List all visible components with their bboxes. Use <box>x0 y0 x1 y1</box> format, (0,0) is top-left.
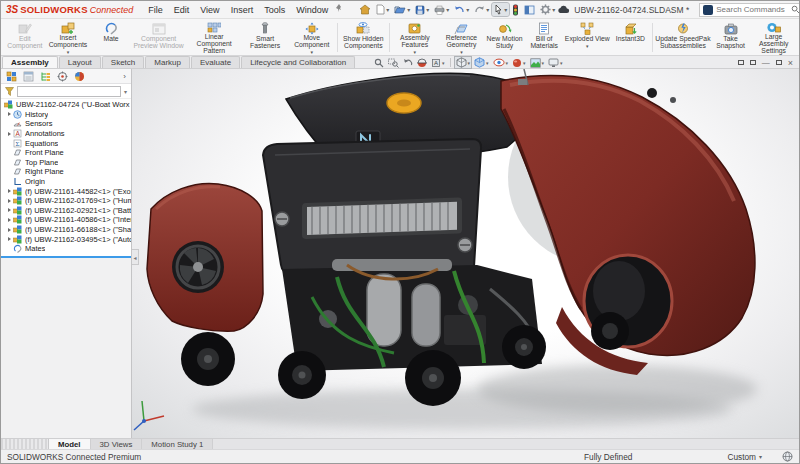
assembly-features-button[interactable]: Assembly Features ▾ <box>392 20 439 55</box>
tree-item-equations[interactable]: Σ Equations <box>1 138 131 148</box>
large-assembly-settings-button[interactable]: Large Assembly Settings <box>750 20 797 55</box>
exploded-view-caret[interactable]: ▾ <box>586 44 589 49</box>
edit-component-button[interactable]: Edit Component <box>5 20 45 55</box>
menu-edit[interactable]: Edit <box>169 4 195 16</box>
settings-button[interactable]: ▾ <box>538 3 557 16</box>
view-settings-button[interactable]: ▾ <box>547 58 564 68</box>
assembly-features-caret[interactable]: ▾ <box>414 50 417 55</box>
expand-arrow-icon[interactable] <box>8 199 11 203</box>
exploded-view-button[interactable]: Exploded View ▾ <box>564 20 611 55</box>
tree-item-mates[interactable]: Mates <box>1 244 131 254</box>
doc-close-icon[interactable]: × <box>788 58 793 68</box>
tab-3d-views[interactable]: 3D Views <box>91 439 143 449</box>
tree-item-component-shape-body[interactable]: (f) UBW-21161-66188<1> ("Shape B <box>1 225 131 235</box>
component-preview-window-button[interactable]: Component Preview Window <box>131 20 187 55</box>
insert-components-caret[interactable]: ▾ <box>67 50 70 55</box>
tab-markup[interactable]: Markup <box>145 56 190 68</box>
apply-scene-button[interactable]: ▾ <box>529 58 546 68</box>
select-button[interactable]: ▾ <box>492 3 509 16</box>
menu-window[interactable]: Window <box>291 4 333 16</box>
menu-tools[interactable]: Tools <box>259 4 290 16</box>
save-button[interactable]: ▾ <box>413 4 431 16</box>
globe-status-icon[interactable] <box>782 451 793 462</box>
insert-components-button[interactable]: Insert Components ▾ <box>45 20 92 55</box>
view-orientation-button[interactable]: ▾ <box>455 57 472 68</box>
show-hidden-components-button[interactable]: Show Hidden Components <box>340 20 387 55</box>
menu-file[interactable]: File <box>143 4 168 16</box>
expand-arrow-icon[interactable] <box>8 132 11 136</box>
propertymanager-tab-icon[interactable] <box>23 71 34 82</box>
doc-maximize-icon[interactable] <box>750 60 756 65</box>
menu-view[interactable]: View <box>195 4 224 16</box>
expand-arrow-icon[interactable] <box>8 237 11 241</box>
tab-lifecycle-and-collaboration[interactable]: Lifecycle and Collaboration <box>241 56 355 68</box>
move-component-button[interactable]: Move Component ▾ <box>288 20 335 55</box>
rebuild-button[interactable] <box>510 3 521 17</box>
expand-arrow-icon[interactable] <box>8 208 11 212</box>
tree-item-component-interior[interactable]: (f) UBW-21161-40586<1> ("Interior" <box>1 215 131 225</box>
undo-button[interactable]: ▾ <box>452 4 471 15</box>
tree-item-component-human-interface[interactable]: (f) UBW-21162-01769<1> ("Human I <box>1 196 131 206</box>
tab-bar-splitter-grip[interactable] <box>1 439 49 449</box>
mate-button[interactable]: Mate <box>91 20 131 55</box>
previous-view-button[interactable] <box>402 58 414 67</box>
take-snapshot-button[interactable]: Take Snapshot <box>711 20 751 55</box>
featuremanager-tab-icon[interactable] <box>6 71 17 82</box>
zoom-to-fit-button[interactable] <box>373 58 385 68</box>
display-style-button[interactable]: ▾ <box>473 57 490 68</box>
tree-item-origin[interactable]: Origin <box>1 177 131 187</box>
tree-item-component-auto-control[interactable]: (f) UBW-21162-03495<1> ("Auto Co <box>1 234 131 244</box>
tab-sketch[interactable]: Sketch <box>102 56 144 68</box>
tab-strip-expand-chevron[interactable]: › <box>123 72 126 81</box>
doc-minimize-icon[interactable]: — <box>762 60 770 66</box>
displaymanager-tab-icon[interactable] <box>74 71 85 82</box>
pin-menu-icon[interactable] <box>335 4 343 15</box>
print-button[interactable]: ▾ <box>432 4 451 16</box>
section-view-button[interactable] <box>416 58 428 68</box>
search-commands-box[interactable]: ▾ <box>699 3 800 17</box>
filter-input[interactable] <box>17 86 121 97</box>
instant3d-button[interactable]: Instant3D <box>611 20 651 55</box>
tree-item-top-plane[interactable]: Top Plane <box>1 158 131 168</box>
tree-item-component-battery[interactable]: (f) UBW-21162-02921<1> ("Battery S <box>1 206 131 216</box>
tree-item-sensors[interactable]: Sensors <box>1 119 131 129</box>
menu-insert[interactable]: Insert <box>226 4 259 16</box>
tree-item-front-plane[interactable]: Front Plane <box>1 148 131 158</box>
doc-restore-icon[interactable] <box>738 60 744 65</box>
open-button[interactable]: ▾ <box>392 4 412 16</box>
reference-geometry-caret[interactable]: ▾ <box>460 50 463 55</box>
configurationmanager-tab-icon[interactable] <box>40 71 51 82</box>
panel-collapse-arrow[interactable]: ◂ <box>132 249 139 265</box>
dimxpertmanager-tab-icon[interactable] <box>57 71 68 82</box>
search-input[interactable] <box>716 5 788 14</box>
hide-show-items-button[interactable]: ▾ <box>492 58 510 67</box>
expand-arrow-icon[interactable] <box>8 189 11 193</box>
tree-item-annotations[interactable]: A Annotations <box>1 129 131 139</box>
configuration-caret[interactable]: ▾ <box>759 453 762 460</box>
move-component-caret[interactable]: ▾ <box>310 50 313 55</box>
tab-model[interactable]: Model <box>49 439 91 449</box>
zoom-to-area-button[interactable] <box>387 58 400 68</box>
expand-arrow-icon[interactable] <box>8 228 11 232</box>
tab-evaluate[interactable]: Evaluate <box>191 56 240 68</box>
reference-geometry-button[interactable]: Reference Geometry ▾ <box>438 20 485 55</box>
tree-item-component-exostructure[interactable]: (f) UBW-21161-44582<1> ("Exostruc <box>1 186 131 196</box>
update-speedpak-subassemblies-button[interactable]: Update SpeedPak Subassemblies <box>655 20 711 55</box>
redo-button[interactable]: ▾ <box>472 4 491 15</box>
expand-arrow-icon[interactable] <box>8 218 11 222</box>
graphics-viewport[interactable]: ◂ <box>132 69 799 438</box>
doc-cascade-icon[interactable] <box>776 60 782 65</box>
dynamic-annotation-views-button[interactable]: A▾ <box>430 58 446 68</box>
search-icon[interactable] <box>791 5 800 14</box>
filter-caret[interactable]: ▾ <box>124 88 127 95</box>
edit-appearance-button[interactable]: ▾ <box>511 58 527 68</box>
smart-fasteners-button[interactable]: Smart Fasteners <box>242 20 289 55</box>
configuration-selector[interactable]: Custom ▾ <box>727 452 762 462</box>
tree-item-history[interactable]: History <box>1 110 131 120</box>
tree-item-right-plane[interactable]: Right Plane <box>1 167 131 177</box>
options-button[interactable] <box>522 4 537 16</box>
new-document-button[interactable]: ▾ <box>374 3 391 16</box>
tab-assembly[interactable]: Assembly <box>2 56 58 68</box>
bill-of-materials-button[interactable]: Bill of Materials <box>524 20 564 55</box>
home-button[interactable] <box>357 3 373 16</box>
